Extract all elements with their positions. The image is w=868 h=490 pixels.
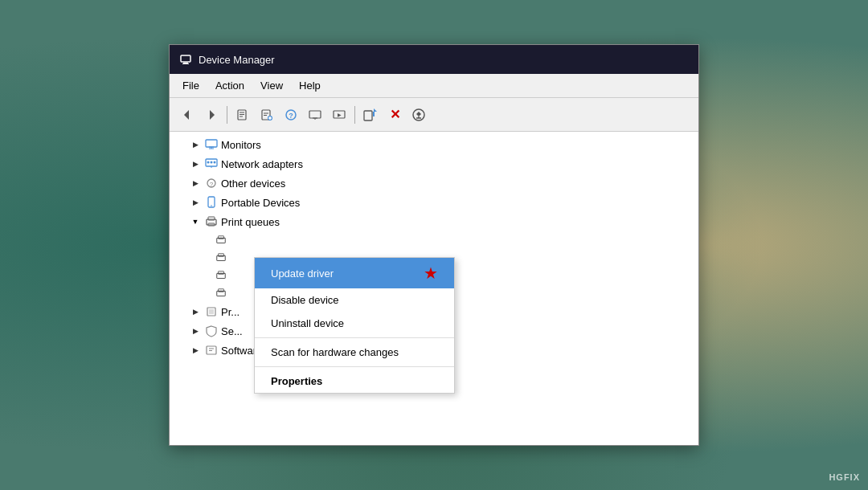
menu-file[interactable]: File: [176, 77, 206, 94]
red-star-icon: ★: [424, 263, 438, 283]
menu-bar: File Action View Help: [170, 74, 698, 98]
chevron-software: ▶: [189, 344, 202, 357]
svg-point-37: [211, 161, 213, 164]
svg-rect-0: [181, 55, 190, 62]
portable-devices-label: Portable Devices: [221, 197, 300, 209]
menu-action[interactable]: Action: [209, 77, 251, 94]
print-queues-label: Print queues: [221, 216, 280, 228]
software-icon: [205, 344, 218, 357]
svg-marker-26: [416, 112, 419, 116]
processors-icon: [205, 305, 218, 318]
svg-point-38: [214, 161, 216, 164]
security-label: Se...: [221, 325, 243, 337]
toolbar-sep2: [354, 106, 355, 124]
update-download-button[interactable]: [407, 104, 430, 126]
processors-label: Pr...: [221, 306, 240, 318]
print-queues-icon: [205, 215, 218, 228]
monitors-icon: [205, 138, 218, 151]
chevron-portable: ▶: [189, 196, 202, 209]
context-menu-properties[interactable]: Properties: [255, 370, 454, 393]
svg-rect-2: [182, 63, 189, 64]
back-button[interactable]: [176, 104, 199, 126]
svg-marker-4: [210, 110, 215, 120]
menu-help[interactable]: Help: [293, 77, 327, 94]
context-menu-update-driver[interactable]: Update driver ★: [255, 258, 454, 288]
device-manager-window: Device Manager File Action View Help: [169, 44, 699, 446]
add-driver-button[interactable]: [359, 104, 382, 126]
context-menu-sep1: [255, 337, 454, 338]
tree-item-portable[interactable]: ▶ Portable Devices: [170, 193, 698, 212]
network-icon: [205, 157, 218, 170]
tree-item-monitors[interactable]: ▶ Monitors: [170, 135, 698, 154]
context-menu: Update driver ★ Disable device Uninstall…: [254, 257, 455, 394]
chevron-network: ▶: [189, 157, 202, 170]
menu-view[interactable]: View: [254, 77, 289, 94]
chevron-other: ▶: [189, 177, 202, 190]
context-menu-scan-hardware[interactable]: Scan for hardware changes: [255, 341, 454, 364]
security-icon: [205, 325, 218, 337]
svg-marker-27: [419, 112, 421, 116]
toolbar-sep1: [227, 106, 227, 124]
svg-text:▶: ▶: [338, 112, 342, 117]
svg-rect-30: [206, 140, 217, 147]
monitors-label: Monitors: [221, 139, 261, 151]
network-label: Network adapters: [221, 158, 303, 170]
toolbar: ? ▶ ✕: [170, 98, 698, 132]
svg-text:?: ?: [210, 181, 214, 188]
portable-devices-icon: [205, 196, 218, 209]
properties-label: Properties: [271, 375, 322, 387]
other-devices-icon: ?: [205, 177, 218, 190]
remove-button[interactable]: ✕: [383, 104, 406, 126]
monitor-button[interactable]: ▶: [328, 104, 350, 126]
tree-item-network[interactable]: ▶ Network adapters: [170, 154, 698, 174]
app-icon: [179, 53, 192, 66]
disable-device-label: Disable device: [271, 294, 339, 306]
chevron-print-queues: ▼: [189, 215, 202, 228]
tree-subitem-1[interactable]: [170, 231, 698, 249]
svg-point-36: [207, 161, 210, 164]
tree-item-other[interactable]: ▶ ? Other devices: [170, 174, 698, 193]
svg-rect-22: [364, 111, 372, 120]
svg-rect-17: [309, 111, 321, 118]
svg-marker-23: [374, 108, 377, 112]
devmgr-button[interactable]: [304, 104, 326, 126]
uninstall-device-label: Uninstall device: [271, 317, 344, 329]
context-menu-uninstall-device[interactable]: Uninstall device: [255, 312, 454, 335]
help-button[interactable]: ?: [280, 104, 302, 126]
forward-button[interactable]: [200, 104, 223, 126]
context-menu-sep2: [255, 366, 454, 367]
svg-marker-3: [184, 110, 189, 120]
chevron-processors: ▶: [189, 305, 202, 318]
svg-rect-55: [209, 309, 214, 314]
svg-point-42: [211, 205, 212, 206]
title-bar: Device Manager: [170, 45, 698, 74]
update-driver-label: Update driver: [271, 267, 334, 280]
window-title: Device Manager: [199, 54, 275, 66]
content-area: ▶ Monitors ▶ Network adapters ▶ ?: [170, 132, 698, 445]
tree-item-print-queues[interactable]: ▼ Print queues: [170, 212, 698, 231]
svg-text:?: ?: [289, 112, 293, 120]
chevron-security: ▶: [189, 325, 202, 337]
scan-hardware-label: Scan for hardware changes: [271, 346, 399, 358]
watermark: HGFIX: [829, 472, 860, 482]
chevron-monitors: ▶: [189, 138, 202, 151]
other-devices-label: Other devices: [221, 178, 285, 190]
context-menu-disable-device[interactable]: Disable device: [255, 288, 454, 312]
properties-button[interactable]: [231, 104, 254, 126]
update-driver-toolbar-button[interactable]: [256, 104, 278, 126]
